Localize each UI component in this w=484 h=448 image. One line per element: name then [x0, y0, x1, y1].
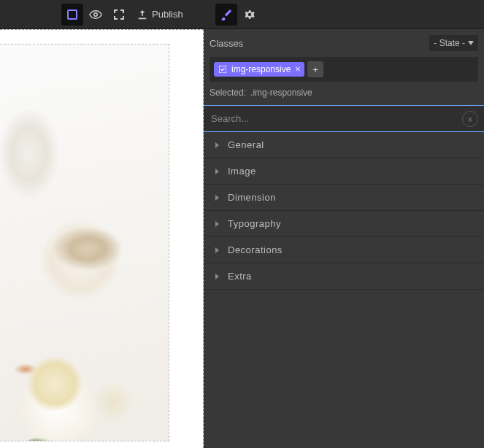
styles-tab-button[interactable] — [215, 4, 237, 26]
topbar-left-group: Publish — [61, 4, 189, 26]
add-class-button[interactable]: + — [307, 61, 323, 77]
class-chip[interactable]: img-responsive × — [214, 62, 304, 77]
canvas-area[interactable] — [0, 29, 204, 448]
section-label: Typography — [228, 218, 281, 229]
top-toolbar: Publish — [0, 0, 484, 29]
state-dropdown[interactable]: - State - — [429, 35, 478, 51]
section-typography[interactable]: Typography — [204, 211, 484, 237]
section-label: Dimension — [228, 192, 276, 203]
square-icon — [66, 9, 78, 20]
upload-icon — [137, 9, 147, 20]
section-dimension[interactable]: Dimension — [204, 185, 484, 211]
section-label: Image — [228, 166, 256, 177]
section-general[interactable]: General — [204, 132, 484, 158]
fullscreen-icon — [113, 9, 125, 20]
svg-point-1 — [94, 12, 98, 16]
clear-search-button[interactable]: x — [462, 111, 478, 127]
section-label: General — [228, 139, 264, 150]
selected-row: Selected: .img-responsive — [204, 82, 484, 105]
style-panel: Classes - State - img-responsive × + Sel… — [204, 29, 484, 448]
caret-right-icon — [215, 169, 219, 174]
chip-remove-button[interactable]: × — [295, 64, 300, 74]
publish-button[interactable]: Publish — [131, 4, 189, 26]
svg-rect-0 — [68, 10, 77, 19]
section-image[interactable]: Image — [204, 158, 484, 185]
caret-right-icon — [215, 195, 219, 201]
food-image-placeholder — [0, 45, 169, 441]
fullscreen-button[interactable] — [108, 4, 130, 26]
caret-right-icon — [215, 142, 219, 148]
selected-value: .img-responsive — [250, 88, 312, 98]
eye-icon — [89, 8, 102, 21]
section-label: Extra — [228, 271, 252, 282]
caret-right-icon — [215, 247, 219, 253]
preview-button[interactable] — [85, 4, 107, 26]
section-extra[interactable]: Extra — [204, 263, 484, 290]
publish-label: Publish — [152, 9, 183, 20]
caret-down-icon — [468, 41, 474, 45]
section-decorations[interactable]: Decorations — [204, 237, 484, 263]
check-icon — [218, 65, 227, 74]
caret-right-icon — [215, 274, 219, 279]
topbar-right-group — [215, 4, 261, 26]
gear-icon — [243, 8, 256, 21]
outline-mode-button[interactable] — [61, 4, 83, 26]
section-list: General Image Dimension Typography Decor… — [204, 132, 484, 290]
class-chip-label: img-responsive — [231, 64, 291, 74]
selected-label: Selected: — [210, 88, 246, 98]
state-dropdown-label: - State - — [434, 38, 465, 48]
caret-right-icon — [215, 221, 219, 227]
search-input[interactable] — [204, 106, 484, 131]
settings-tab-button[interactable] — [239, 4, 261, 26]
section-label: Decorations — [228, 244, 283, 255]
selected-image-frame[interactable] — [0, 44, 169, 441]
classes-tag-input[interactable]: img-responsive × + — [210, 57, 478, 82]
classes-header: Classes - State - — [204, 29, 484, 57]
search-wrap: x — [204, 105, 484, 132]
classes-label: Classes — [210, 38, 243, 49]
brush-icon — [220, 8, 233, 21]
